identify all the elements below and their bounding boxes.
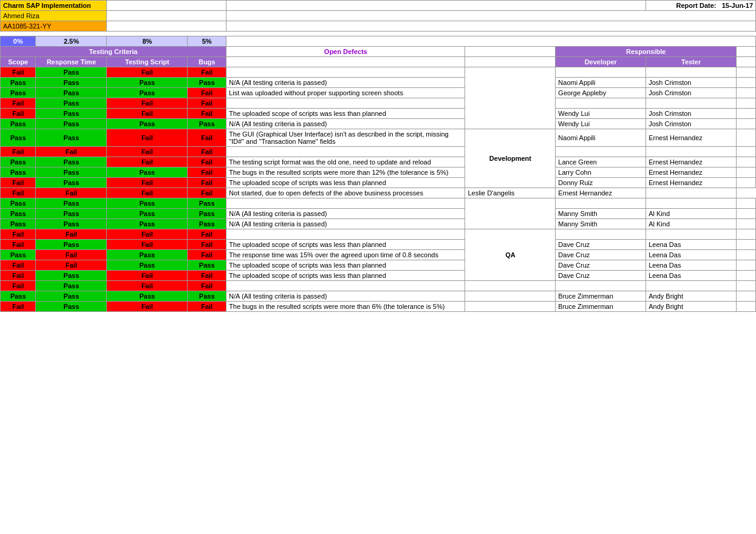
script-fail: Fail <box>107 67 188 78</box>
data-row: Fail Pass Fail Fail The uploaded scope o… <box>1 240 756 250</box>
scope-col-header: Scope <box>1 57 36 67</box>
section-header-2: Fail Pass Fail Fail <box>1 98 756 109</box>
bugs-fail: Fail <box>188 67 226 78</box>
env-development: Development <box>465 129 556 188</box>
data-row: Fail Fail Pass Pass The uploaded scope o… <box>1 260 756 271</box>
tester-col-header: Tester <box>646 57 737 67</box>
scope-fail: Fail <box>1 67 36 78</box>
section-header-1: Fail Pass Fail Fail <box>1 67 756 78</box>
env-development-1 <box>465 67 556 129</box>
env-qa: QA <box>465 229 556 281</box>
responsible-header: Responsible <box>556 47 737 57</box>
pct-2: 2.5% <box>36 36 107 47</box>
data-row: Pass Pass Pass Fail List was uploaded wi… <box>1 88 756 98</box>
report-date-label: Report Date: <box>676 2 716 9</box>
spacer-row <box>1 32 756 36</box>
data-row: Pass Pass Pass Pass N/A (All testing cri… <box>1 209 756 219</box>
data-row: Pass Pass Pass Pass N/A (All testing cri… <box>1 119 756 129</box>
pct-8: 8% <box>107 36 188 47</box>
data-row: Fail Pass Fail Fail The bugs in the resu… <box>1 302 756 312</box>
data-row: Pass Pass Fail Fail The testing script f… <box>1 157 756 167</box>
sub-header-row: Scope Response Time Testing Script Bugs … <box>1 57 756 67</box>
resp-pass: Pass <box>36 67 107 78</box>
section-header-4: Fail Fail Fail Fail QA <box>1 229 756 240</box>
data-row: Fail Pass Fail Fail The uploaded scope o… <box>1 109 756 119</box>
section-header-pass: Pass Pass Pass Pass <box>1 198 756 209</box>
testing-criteria-header: Testing Criteria <box>1 47 226 57</box>
open-defects-header: Open Defects <box>226 47 465 57</box>
data-row: Pass Fail Pass Fail The response time wa… <box>1 250 756 260</box>
percentage-row: 0% 2.5% 8% 5% <box>1 36 756 47</box>
developer-col-header: Developer <box>556 57 646 67</box>
data-row: Fail Pass Fail Fail The uploaded scope o… <box>1 178 756 188</box>
data-row: Pass Pass Fail Fail The GUI (Graphical U… <box>1 129 756 147</box>
data-row: Pass Pass Pass Pass N/A (All testing cri… <box>1 291 756 302</box>
project-code: AA1085-321-YY <box>1 21 107 32</box>
data-row: Pass Pass Pass Pass N/A (All testing cri… <box>1 219 756 229</box>
code-row: AA1085-321-YY <box>1 21 756 32</box>
script-col-header: Testing Script <box>107 57 188 67</box>
pct-0: 0% <box>1 36 36 47</box>
manager-row: Ahmed Riza <box>1 11 756 21</box>
report-date-value: 15-Jun-17 <box>722 2 753 9</box>
manager-name: Ahmed Riza <box>1 11 107 21</box>
section-header-5: Fail Pass Fail Fail <box>1 281 756 291</box>
bugs-col-header: Bugs <box>188 57 226 67</box>
data-row: Pass Pass Pass Pass N/A (All testing cri… <box>1 78 756 88</box>
section-header-3: Fail Fail Fail Fail <box>1 147 756 157</box>
main-header-row: Testing Criteria Open Defects Responsibl… <box>1 47 756 57</box>
data-row: Fail Pass Fail Fail The uploaded scope o… <box>1 271 756 281</box>
project-title: Charm SAP Implementation <box>1 1 107 11</box>
response-col-header: Response Time <box>36 57 107 67</box>
data-row: Pass Pass Pass Fail The bugs in the resu… <box>1 167 756 178</box>
env-qa-1 <box>465 198 556 229</box>
title-row: Charm SAP Implementation Report Date: 15… <box>1 1 756 11</box>
pct-5: 5% <box>188 36 226 47</box>
data-row: Fail Fail Fail Fail Not started, due to … <box>1 188 756 198</box>
